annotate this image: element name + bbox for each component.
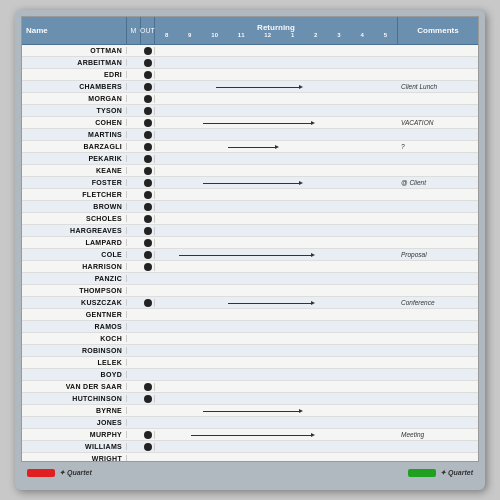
table-row: FOSTER@ Client <box>22 177 478 189</box>
out-cell <box>141 251 155 259</box>
marker-group-left: ✦ Quartet <box>27 469 92 477</box>
name-cell: LAMPARD <box>22 239 127 246</box>
comments-cell: VACATION <box>398 119 478 126</box>
out-dot <box>144 203 152 211</box>
name-cell: ARBEITMAN <box>22 59 127 66</box>
out-dot <box>144 143 152 151</box>
table-row: PEKARIK <box>22 153 478 165</box>
return-arrow <box>228 303 313 304</box>
out-cell <box>141 83 155 91</box>
table-row: COHENVACATION <box>22 117 478 129</box>
table-row: KOCH <box>22 333 478 345</box>
out-dot <box>144 215 152 223</box>
return-arrow <box>203 411 300 412</box>
table-row: EDRI <box>22 69 478 81</box>
return-arrow <box>191 435 312 436</box>
out-dot <box>144 251 152 259</box>
table-row: TYSON <box>22 105 478 117</box>
name-cell: EDRI <box>22 71 127 78</box>
name-cell: KEANE <box>22 167 127 174</box>
name-cell: COLE <box>22 251 127 258</box>
table-row: HUTCHINSON <box>22 393 478 405</box>
table-row: WRIGHT <box>22 453 478 461</box>
table-row: MARTINS <box>22 129 478 141</box>
name-cell: KOCH <box>22 335 127 342</box>
name-cell: HARRISON <box>22 263 127 270</box>
table-row: SCHOLES <box>22 213 478 225</box>
out-dot <box>144 191 152 199</box>
name-cell: WILLIAMS <box>22 443 127 450</box>
table-row: LELEK <box>22 357 478 369</box>
table-row: ARBEITMAN <box>22 57 478 69</box>
table-row: WILLIAMS <box>22 441 478 453</box>
brand-label-right: ✦ Quartet <box>440 469 473 477</box>
table-row: JONES <box>22 417 478 429</box>
return-arrow <box>179 255 312 256</box>
out-cell <box>141 239 155 247</box>
table-row: GENTNER <box>22 309 478 321</box>
table-row: OTTMAN <box>22 45 478 57</box>
table-row: COLEProposal <box>22 249 478 261</box>
out-cell <box>141 71 155 79</box>
name-cell: KUSZCZAK <box>22 299 127 306</box>
name-cell: THOMPSON <box>22 287 127 294</box>
out-cell <box>141 395 155 403</box>
table-row: MURPHYMeeting <box>22 429 478 441</box>
comments-cell: Proposal <box>398 251 478 258</box>
out-cell <box>141 143 155 151</box>
out-dot <box>144 95 152 103</box>
out-dot <box>144 155 152 163</box>
comments-cell: @ Client <box>398 179 478 186</box>
table-row: PANZIC <box>22 273 478 285</box>
out-cell <box>141 299 155 307</box>
name-cell: OTTMAN <box>22 47 127 54</box>
name-cell: HUTCHINSON <box>22 395 127 402</box>
green-marker <box>408 469 436 477</box>
name-cell: JONES <box>22 419 127 426</box>
table-row: BROWN <box>22 201 478 213</box>
comments-cell: Conference <box>398 299 478 306</box>
out-dot <box>144 107 152 115</box>
out-cell <box>141 167 155 175</box>
marker-group-right: ✦ Quartet <box>408 469 473 477</box>
returning-column-header: Returning 8 9 10 11 12 1 2 3 4 5 <box>155 17 398 44</box>
name-cell: ROBINSON <box>22 347 127 354</box>
board-frame: Name M OUT Returning 8 9 10 11 12 1 2 3 … <box>15 10 485 490</box>
out-cell <box>141 191 155 199</box>
out-dot <box>144 59 152 67</box>
name-cell: HARGREAVES <box>22 227 127 234</box>
table-row: VAN DER SAAR <box>22 381 478 393</box>
name-cell: CHAMBERS <box>22 83 127 90</box>
name-cell: VAN DER SAAR <box>22 383 127 390</box>
name-cell: LELEK <box>22 359 127 366</box>
name-cell: MARTINS <box>22 131 127 138</box>
name-column-header: Name <box>22 17 127 44</box>
out-cell <box>141 203 155 211</box>
out-dot <box>144 47 152 55</box>
name-cell: RAMOS <box>22 323 127 330</box>
out-dot <box>144 299 152 307</box>
table-row: KEANE <box>22 165 478 177</box>
out-cell <box>141 59 155 67</box>
return-arrow <box>228 147 276 148</box>
table-row: THOMPSON <box>22 285 478 297</box>
comments-cell: Meeting <box>398 431 478 438</box>
table-row: MORGAN <box>22 93 478 105</box>
out-dot <box>144 83 152 91</box>
bottom-bar: ✦ Quartet ✦ Quartet <box>21 462 479 484</box>
name-cell: PANZIC <box>22 275 127 282</box>
table-row: ROBINSON <box>22 345 478 357</box>
out-dot <box>144 443 152 451</box>
name-cell: BOYD <box>22 371 127 378</box>
name-cell: BROWN <box>22 203 127 210</box>
table-row: LAMPARD <box>22 237 478 249</box>
name-cell: MORGAN <box>22 95 127 102</box>
out-cell <box>141 155 155 163</box>
table-row: CHAMBERSClient Lunch <box>22 81 478 93</box>
name-cell: SCHOLES <box>22 215 127 222</box>
name-cell: TYSON <box>22 107 127 114</box>
name-cell: PEKARIK <box>22 155 127 162</box>
board-inner: Name M OUT Returning 8 9 10 11 12 1 2 3 … <box>21 16 479 462</box>
red-marker <box>27 469 55 477</box>
out-dot <box>144 119 152 127</box>
